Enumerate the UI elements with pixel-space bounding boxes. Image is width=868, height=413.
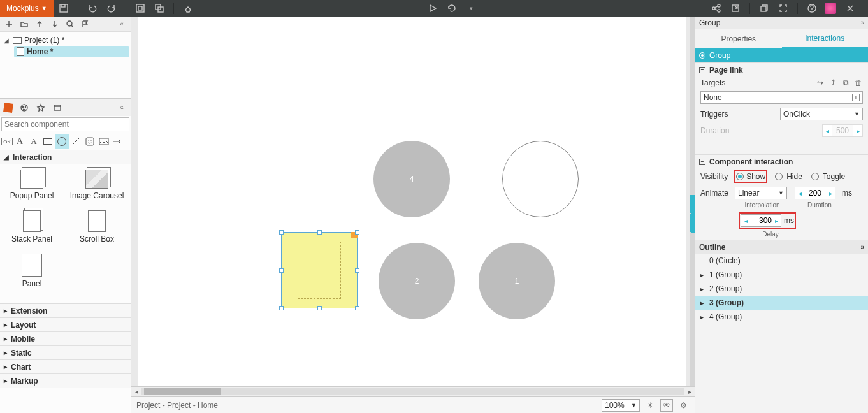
expand-triangle-icon[interactable]: ◢	[4, 37, 10, 44]
fullscreen-icon[interactable]	[777, 2, 790, 15]
move-up-icon[interactable]	[34, 19, 45, 29]
undo-icon[interactable]	[86, 2, 99, 15]
category-layout[interactable]: ▸Layout	[0, 318, 131, 332]
save-icon[interactable]	[57, 2, 70, 15]
format-painter-icon[interactable]	[182, 2, 194, 15]
brightness-icon[interactable]: ☀	[644, 399, 656, 412]
collapse-box-icon[interactable]: −	[699, 159, 705, 165]
add-folder-icon[interactable]	[19, 19, 29, 29]
image-shape-icon[interactable]	[97, 134, 111, 149]
collapse-panel-icon[interactable]: «	[117, 19, 127, 29]
category-extension[interactable]: ▸Extension	[0, 304, 131, 318]
restore-window-icon[interactable]	[758, 2, 770, 15]
zoom-select[interactable]: 100% ▼	[602, 399, 640, 412]
category-static[interactable]: ▸Static	[0, 346, 131, 360]
canvas-viewport[interactable]: 4 2 1	[131, 17, 695, 386]
resize-handle-se[interactable]	[355, 306, 359, 310]
targets-select[interactable]: None +	[700, 91, 863, 104]
flag-icon[interactable]	[80, 19, 90, 29]
ungroup-icon[interactable]	[153, 2, 166, 15]
resize-handle-n[interactable]	[317, 230, 322, 235]
arrow-right-icon[interactable]	[111, 134, 125, 149]
selected-element-bar[interactable]: Group	[695, 48, 868, 62]
search-input[interactable]	[1, 117, 129, 131]
outline-item-1[interactable]: ▸1 (Group)	[695, 268, 868, 282]
anim-duration-dec[interactable]: ◂	[795, 190, 804, 197]
text-underline-icon[interactable]: A	[27, 134, 41, 149]
circle-shape-icon[interactable]	[55, 134, 69, 149]
anim-duration-input[interactable]	[804, 187, 826, 199]
outline-item-0[interactable]: 0 (Circle)	[695, 254, 868, 268]
resize-handle-nw[interactable]	[279, 230, 284, 235]
radio-hide[interactable]	[775, 173, 783, 180]
resize-handle-w[interactable]	[279, 268, 284, 273]
close-window-icon[interactable]	[844, 2, 857, 15]
anim-duration-inc[interactable]: ▸	[826, 190, 835, 197]
line-shape-icon[interactable]	[69, 134, 83, 149]
interpolation-select[interactable]: Linear ▼	[735, 187, 787, 199]
scroll-right-icon[interactable]: ▸	[684, 387, 695, 396]
redo-icon[interactable]	[105, 2, 118, 15]
trash-icon[interactable]: 🗑	[854, 78, 863, 87]
outline-item-2[interactable]: ▸2 (Group)	[695, 282, 868, 296]
export-icon[interactable]	[729, 2, 742, 15]
tab-interactions[interactable]: Interactions	[782, 29, 869, 48]
radio-toggle[interactable]	[811, 173, 819, 180]
brand-menu[interactable]: Mockplus ▼	[0, 0, 54, 17]
delay-inc[interactable]: ▸	[772, 217, 781, 224]
chevron-down-icon[interactable]: ▾	[465, 2, 477, 15]
settings-icon[interactable]: ⚙	[677, 399, 690, 412]
section-page-link[interactable]: − Page link	[695, 62, 868, 76]
smiley-shape-icon[interactable]	[83, 134, 97, 149]
component-stack-panel[interactable]: Stack Panel	[1, 210, 62, 247]
star-icon[interactable]	[36, 103, 46, 113]
library-icon[interactable]	[52, 103, 62, 113]
delay-dec[interactable]: ◂	[741, 217, 750, 224]
resize-handle-sw[interactable]	[279, 306, 284, 310]
sparkle-icon[interactable]	[825, 3, 836, 14]
canvas-circle-2[interactable]: 2	[379, 243, 455, 319]
refresh-icon[interactable]	[445, 2, 458, 15]
selected-panel[interactable]	[281, 232, 358, 308]
up-icon[interactable]: ⤴	[828, 78, 837, 87]
collapse-right-icon[interactable]: »	[860, 19, 864, 26]
outline-item-3[interactable]: ▸3 (Group)	[695, 296, 868, 310]
collapse-box-icon[interactable]: −	[699, 67, 705, 73]
category-interaction[interactable]: ◢ Interaction	[0, 150, 131, 164]
rect-shape-icon[interactable]	[41, 134, 55, 149]
resize-handle-ne[interactable]	[355, 230, 359, 235]
text-a-icon[interactable]: A	[13, 134, 27, 149]
component-panel[interactable]: Panel	[1, 254, 62, 292]
component-image-carousel[interactable]: Image Carousel	[66, 170, 127, 204]
search-pages-icon[interactable]	[65, 19, 75, 29]
plus-icon[interactable]: +	[852, 94, 860, 101]
add-page-icon[interactable]	[4, 19, 14, 29]
resize-handle-s[interactable]	[317, 306, 322, 310]
vertical-scrollbar[interactable]	[690, 17, 695, 386]
help-icon[interactable]	[806, 2, 818, 15]
delay-input[interactable]	[750, 215, 772, 226]
components-icon[interactable]	[3, 103, 13, 113]
category-chart[interactable]: ▸Chart	[0, 360, 131, 374]
component-scroll-box[interactable]: Scroll Box	[66, 210, 127, 247]
group-icon[interactable]	[134, 2, 147, 15]
category-markup[interactable]: ▸Markup	[0, 374, 131, 388]
panel-edge-handle[interactable]	[691, 208, 695, 233]
eye-icon[interactable]: 👁	[660, 399, 673, 412]
collapse-components-icon[interactable]: «	[117, 103, 127, 113]
component-popup-panel[interactable]: Popup Panel	[1, 170, 62, 204]
triggers-select[interactable]: OnClick ▼	[780, 108, 863, 120]
canvas-circle-hollow[interactable]	[502, 141, 579, 217]
canvas-page[interactable]: 4 2 1	[138, 17, 686, 386]
move-down-icon[interactable]	[50, 19, 60, 29]
canvas-circle-1[interactable]: 1	[479, 243, 555, 319]
page-row-home[interactable]: Home *	[14, 46, 129, 57]
share-icon[interactable]	[710, 2, 723, 15]
outline-item-4[interactable]: ▸4 (Group)	[695, 310, 868, 324]
resize-handle-e[interactable]	[355, 268, 359, 273]
radio-show[interactable]	[736, 173, 744, 180]
ok-shape-icon[interactable]: OK	[1, 138, 13, 145]
section-component-interaction[interactable]: − Component interaction	[695, 154, 868, 168]
emoji-icon[interactable]	[19, 103, 29, 113]
horizontal-scrollbar[interactable]: ◂ ▸	[131, 386, 695, 396]
